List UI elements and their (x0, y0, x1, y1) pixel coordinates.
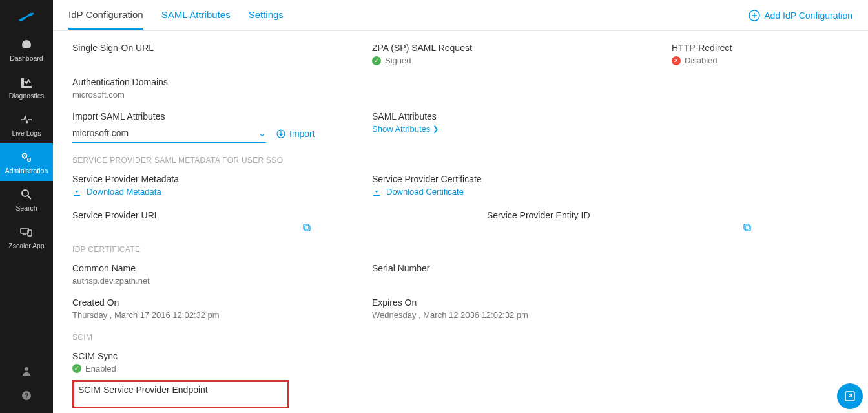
svg-rect-5 (21, 228, 28, 233)
common-name-value: authsp.dev.zpath.net (72, 276, 351, 286)
svg-rect-13 (304, 224, 309, 229)
svg-rect-15 (744, 224, 749, 229)
saml-request-label: ZPA (SP) SAML Request (372, 43, 651, 53)
created-on-label: Created On (72, 297, 351, 308)
download-icon (72, 187, 81, 196)
chevron-down-icon: ⌄ (258, 128, 266, 138)
show-attributes-label: Show Attributes (372, 124, 430, 134)
import-saml-selected: microsoft.com (72, 128, 129, 138)
sp-cert-label: Service Provider Certificate (372, 174, 651, 184)
tab-idp-configuration[interactable]: IdP Configuration (68, 1, 143, 30)
gears-icon (19, 150, 34, 164)
check-icon: ✓ (372, 56, 381, 65)
sp-entity-label: Service Provider Entity ID (487, 210, 752, 220)
sidebar-item-label: Live Logs (12, 129, 41, 137)
import-icon (276, 129, 285, 138)
auth-domains-value: microsoft.com (72, 90, 351, 100)
copy-icon[interactable] (302, 223, 311, 232)
sso-url-label: Single Sign-On URL (72, 43, 351, 53)
scim-sync-label: SCIM Sync (72, 351, 852, 361)
tab-settings[interactable]: Settings (249, 1, 284, 30)
saml-attrs-label: SAML Attributes (372, 111, 651, 122)
scim-endpoint-label: SCIM Service Provider Endpoint (78, 385, 284, 395)
expand-icon (843, 390, 856, 403)
add-idp-button[interactable]: Add IdP Configuration (749, 10, 852, 21)
created-on-value: Thursday , March 17 2016 12:02:32 pm (72, 310, 351, 320)
plus-circle-icon (749, 10, 760, 21)
content: Single Sign-On URL ZPA (SP) SAML Request… (53, 31, 868, 413)
sidebar-item-label: Diagnostics (9, 92, 44, 100)
import-saml-select[interactable]: microsoft.com ⌄ (72, 124, 266, 143)
x-icon: ✕ (672, 56, 681, 65)
idp-cert-section-header: IdP CERTIFICATE (72, 245, 852, 254)
sidebar-item-label: Dashboard (10, 54, 43, 62)
svg-point-3 (28, 159, 29, 160)
help-icon: ? (19, 388, 34, 403)
svg-rect-14 (745, 226, 750, 231)
logo (0, 0, 53, 31)
saml-request-status: Signed (385, 56, 411, 65)
serial-number-label: Serial Number (372, 263, 651, 273)
svg-rect-12 (305, 226, 310, 231)
chart-icon (19, 75, 34, 89)
scim-sync-status: Enabled (85, 364, 116, 374)
sp-metadata-section-header: SERVICE PROVIDER SAML METADATA FOR USER … (72, 156, 852, 165)
expires-on-value: Wednesday , March 12 2036 12:02:32 pm (372, 310, 651, 320)
download-certificate-link[interactable]: Download Certificate (372, 187, 464, 196)
add-idp-label: Add IdP Configuration (764, 10, 852, 21)
pulse-icon (19, 112, 34, 127)
sidebar-item-dashboard[interactable]: Dashboard (0, 31, 53, 69)
import-button[interactable]: Import (276, 129, 315, 139)
gauge-icon (19, 37, 34, 52)
tabs: IdP Configuration SAML Attributes Settin… (68, 1, 284, 30)
svg-point-7 (25, 367, 28, 371)
sidebar-item-search[interactable]: Search (0, 181, 53, 218)
download-certificate-label: Download Certificate (386, 187, 464, 196)
sidebar-item-live-logs[interactable]: Live Logs (0, 106, 53, 143)
http-redirect-label: HTTP-Redirect (672, 43, 852, 53)
http-redirect-status: Disabled (685, 56, 718, 65)
import-label: Import (289, 129, 315, 139)
common-name-label: Common Name (72, 263, 351, 273)
download-icon (372, 187, 381, 196)
sidebar-item-label: Administration (5, 167, 48, 175)
main: IdP Configuration SAML Attributes Settin… (53, 0, 868, 413)
sidebar-item-diagnostics[interactable]: Diagnostics (0, 69, 53, 106)
sidebar-help[interactable]: ? (0, 385, 53, 409)
user-icon (19, 364, 34, 378)
check-icon: ✓ (72, 364, 81, 373)
fab-button[interactable] (837, 383, 863, 409)
show-attributes-link[interactable]: Show Attributes ❯ (372, 124, 439, 134)
download-metadata-link[interactable]: Download Metadata (72, 187, 161, 196)
sp-metadata-label: Service Provider Metadata (72, 174, 351, 184)
scim-endpoint-highlight: SCIM Service Provider Endpoint (72, 380, 289, 408)
sidebar-item-zscaler-app[interactable]: Zscaler App (0, 218, 53, 256)
sp-url-label: Service Provider URL (72, 210, 311, 220)
copy-icon[interactable] (743, 223, 752, 232)
svg-point-4 (22, 190, 28, 196)
download-metadata-label: Download Metadata (87, 187, 161, 196)
import-saml-label: Import SAML Attributes (72, 111, 351, 122)
sidebar-item-administration[interactable]: Administration (0, 143, 53, 181)
devices-icon (19, 225, 34, 239)
topbar: IdP Configuration SAML Attributes Settin… (53, 0, 868, 31)
svg-point-1 (24, 155, 25, 156)
zscaler-logo-icon (16, 8, 37, 23)
sidebar: Dashboard Diagnostics Live Logs Administ… (0, 0, 53, 413)
auth-domains-label: Authentication Domains (72, 77, 351, 87)
scim-section-header: SCIM (72, 333, 852, 342)
expires-on-label: Expires On (372, 297, 651, 308)
sidebar-item-label: Zscaler App (8, 242, 44, 249)
sidebar-item-label: Search (16, 204, 37, 212)
tab-saml-attributes[interactable]: SAML Attributes (161, 1, 231, 30)
sidebar-user[interactable] (0, 360, 53, 385)
svg-text:?: ? (25, 392, 28, 399)
search-icon (19, 187, 34, 202)
chevron-right-icon: ❯ (433, 125, 439, 133)
